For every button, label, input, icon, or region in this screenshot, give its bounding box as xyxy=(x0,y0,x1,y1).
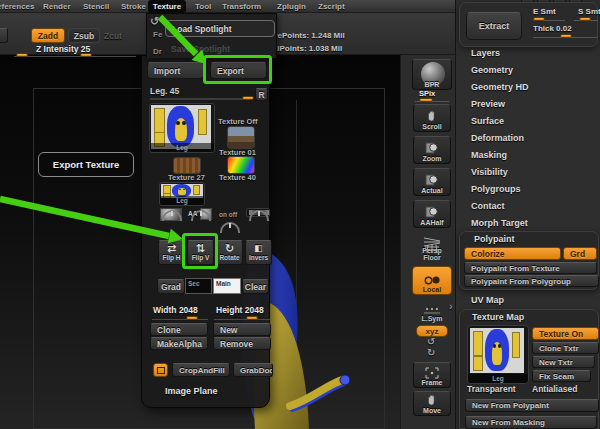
texture-27-thumb[interactable] xyxy=(173,157,201,174)
texture-map-header[interactable]: Texture Map xyxy=(472,312,524,322)
image-plane-section[interactable]: Image Plane xyxy=(165,386,218,396)
current-texture-thumb[interactable]: Leg xyxy=(149,103,215,153)
antialiased-toggle[interactable]: Antialiased xyxy=(532,384,577,394)
height-handle[interactable] xyxy=(246,316,258,320)
spin-ccw-icon[interactable]: ↺ xyxy=(427,336,435,347)
knob-trans[interactable] xyxy=(245,208,272,236)
transparent-toggle[interactable]: Transparent xyxy=(467,384,516,394)
texture-name-handle[interactable] xyxy=(242,96,254,100)
knob-dial[interactable] xyxy=(162,210,182,221)
import-button[interactable]: Import xyxy=(147,62,204,79)
section-geometry[interactable]: Geometry xyxy=(471,65,513,75)
menu-item-stroke[interactable]: Stroke xyxy=(121,2,146,11)
make-alpha-button[interactable]: MakeAlpha xyxy=(150,337,208,350)
menu-item-transform[interactable]: Transform xyxy=(222,2,261,11)
load-spotlight-button[interactable]: Load Spotlight xyxy=(165,20,275,37)
new-button[interactable]: New xyxy=(213,323,271,336)
main-color-swatch[interactable]: Main xyxy=(213,278,241,294)
knob-preview[interactable] xyxy=(158,208,185,236)
fix-seam-button[interactable]: Fix Seam xyxy=(532,370,591,382)
texture-27-item[interactable]: Texture 27 xyxy=(168,173,205,182)
actual-button[interactable]: Actual xyxy=(413,168,451,196)
grad-button[interactable]: Grad xyxy=(157,279,185,294)
new-from-polypaint-button[interactable]: New From Polypaint xyxy=(465,399,599,412)
menu-item-stencil[interactable]: Stencil xyxy=(83,2,109,11)
crop-and-fill-button[interactable]: CropAndFill xyxy=(172,363,230,377)
selected-texture-thumb[interactable]: Leg xyxy=(159,182,205,206)
inverse-button[interactable]: ◧ Invers xyxy=(245,240,272,265)
knob-dial[interactable] xyxy=(249,210,269,221)
polypaint-from-texture-button[interactable]: Polypaint From Texture xyxy=(464,262,597,274)
thick-slider[interactable]: Thick 0.02 xyxy=(533,24,572,33)
r-button[interactable]: R xyxy=(255,88,268,101)
scroll-button[interactable]: Scroll xyxy=(413,104,451,132)
tray-collapse-icon[interactable]: › xyxy=(449,300,453,312)
local-button[interactable]: Local xyxy=(412,266,452,295)
zoom-button[interactable]: Zoom xyxy=(413,136,451,164)
z-intensity-handle[interactable] xyxy=(80,53,92,57)
left-slider-handle[interactable] xyxy=(16,53,28,57)
width-track[interactable] xyxy=(152,319,208,320)
new-txtr-button[interactable]: New Txtr xyxy=(532,356,595,368)
aahalf-button[interactable]: AAHalf xyxy=(413,200,451,228)
section-layers[interactable]: Layers xyxy=(471,48,500,58)
texture-off-item[interactable]: Texture Off xyxy=(218,117,257,126)
section-masking[interactable]: Masking xyxy=(471,150,507,160)
texture-01-thumb[interactable] xyxy=(227,126,255,149)
back-icon[interactable]: ↺ xyxy=(150,15,159,28)
extract-button[interactable]: Extract xyxy=(466,12,522,40)
z-intensity-track[interactable] xyxy=(14,56,136,57)
menu-item-zscript[interactable]: Zscript xyxy=(318,2,345,11)
save-spotlight-button[interactable]: Save Spotlight xyxy=(171,44,230,54)
knob-dial[interactable] xyxy=(220,222,240,233)
frame-button[interactable]: Frame xyxy=(413,362,451,388)
bpr-button[interactable]: BPR xyxy=(412,59,452,90)
section-uv-map[interactable]: UV Map xyxy=(471,295,504,305)
section-contact[interactable]: Contact xyxy=(471,201,505,211)
e-smt-handle[interactable] xyxy=(533,17,545,21)
menu-item-texture-active[interactable]: Texture xyxy=(148,0,186,13)
height-track[interactable] xyxy=(214,319,270,320)
zsub-button[interactable]: Zsub xyxy=(68,28,100,43)
floor-button[interactable]: Floor xyxy=(413,241,451,261)
zcut-button[interactable]: Zcut xyxy=(104,31,122,41)
texture-40-item[interactable]: Texture 40 xyxy=(219,173,256,182)
section-preview[interactable]: Preview xyxy=(471,99,505,109)
section-surface[interactable]: Surface xyxy=(471,116,504,126)
flip-v-button[interactable]: ⇅ Flip V xyxy=(187,240,214,265)
section-deformation[interactable]: Deformation xyxy=(471,133,524,143)
s-smt-slider[interactable]: S Smt xyxy=(578,7,600,16)
polypaint-header[interactable]: Polypaint xyxy=(474,234,515,244)
knob-on-off[interactable]: on off xyxy=(216,208,243,236)
clone-txtr-button[interactable]: Clone Txtr xyxy=(532,342,599,354)
knob-aa[interactable]: AA xyxy=(187,208,214,236)
s-smt-handle[interactable] xyxy=(579,17,591,21)
thick-handle[interactable] xyxy=(560,34,572,38)
section-morph-target[interactable]: Morph Target xyxy=(471,218,528,228)
colorize-button[interactable]: Colorize xyxy=(464,247,561,260)
grd-button[interactable]: Grd xyxy=(563,247,597,260)
texture-name-slider[interactable]: Leg. 45 xyxy=(150,86,179,96)
menu-item-preferences[interactable]: references xyxy=(0,2,34,11)
new-from-masking-button[interactable]: New From Masking xyxy=(465,416,597,429)
rotate-button[interactable]: ↻ Rotate xyxy=(216,240,243,265)
e-smt-slider[interactable]: E Smt xyxy=(533,7,556,16)
spin-cw-icon[interactable]: ↻ xyxy=(427,347,435,358)
texture-name-track[interactable] xyxy=(150,98,246,100)
grab-doc-button[interactable]: GrabDoc xyxy=(233,363,273,377)
section-polygroups[interactable]: Polygroups xyxy=(471,184,521,194)
menu-item-render[interactable]: Render xyxy=(43,2,71,11)
knob-dial[interactable] xyxy=(191,210,211,221)
clear-button[interactable]: Clear xyxy=(242,279,269,294)
move-button[interactable]: Move xyxy=(413,391,451,416)
spix-slider-label[interactable]: SPix xyxy=(419,89,435,98)
height-slider[interactable]: Height 2048 xyxy=(216,305,264,315)
menu-item-zplugin[interactable]: Zplugin xyxy=(277,2,306,11)
export-button[interactable]: Export xyxy=(210,62,267,79)
polypaint-from-polygroup-button[interactable]: Polypaint From Polygroup xyxy=(464,275,599,287)
sec-color-swatch[interactable]: Sec xyxy=(185,278,212,294)
clipped-left-button[interactable] xyxy=(0,28,8,43)
texture-on-button[interactable]: Texture On xyxy=(532,327,599,340)
width-slider[interactable]: Width 2048 xyxy=(153,305,198,315)
spix-handle[interactable] xyxy=(419,98,433,102)
